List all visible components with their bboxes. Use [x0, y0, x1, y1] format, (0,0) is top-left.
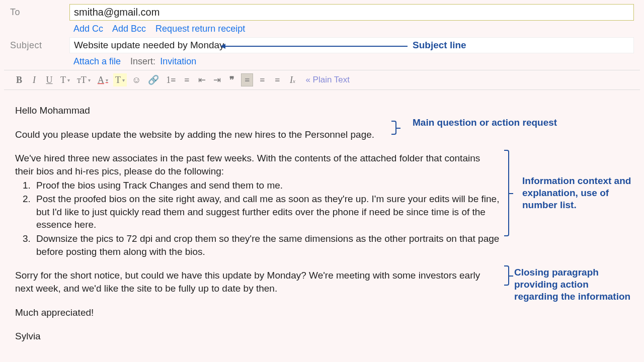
closing-para: Sorry for the short notice, but could we…: [15, 269, 498, 295]
list-item: Downsize the pics to 72 dpi and crop the…: [33, 232, 506, 258]
thanks: Much appreciated!: [15, 306, 498, 319]
steps-list: Proof the bios using Track Changes and s…: [33, 179, 506, 258]
email-body[interactable]: Hello Mohammad Could you please update t…: [0, 90, 644, 359]
insert-invitation-link[interactable]: Invitation: [160, 56, 196, 66]
link-button[interactable]: 🔗: [146, 73, 161, 86]
context-intro: We've hired three new associates in the …: [15, 152, 498, 177]
align-center-button[interactable]: ≡: [256, 73, 268, 86]
compose-header: To Add Cc Add Bcc Request return receipt…: [0, 0, 644, 90]
annotation-bracket: [504, 150, 509, 236]
add-bcc-link[interactable]: Add Bcc: [112, 24, 146, 34]
list-item: Proof the bios using Track Changes and s…: [33, 179, 506, 192]
bold-button[interactable]: B: [13, 73, 25, 86]
signature: Sylvia: [15, 330, 498, 343]
font-size-button[interactable]: T: [58, 73, 72, 86]
font-size2-button[interactable]: тT: [75, 73, 93, 86]
underline-button[interactable]: U: [43, 73, 55, 86]
numbered-list-button[interactable]: 1≡: [164, 73, 178, 86]
insert-label: Insert:: [130, 56, 155, 66]
greeting: Hello Mohammad: [15, 104, 498, 117]
clear-format-button[interactable]: Ix: [286, 73, 298, 86]
format-toolbar: B I U T тT A T ☺ 🔗 1≡ ≡ ⇤ ⇥ ❞ ≡ ≡ ≡ Ix «…: [4, 70, 640, 90]
text-color-button[interactable]: A: [96, 73, 110, 86]
plain-text-link[interactable]: « Plain Text: [305, 75, 350, 85]
annotation-context: Information context and explanation, use…: [522, 175, 633, 211]
attach-file-link[interactable]: Attach a file: [73, 56, 121, 66]
subject-label: Subject: [4, 40, 69, 51]
add-cc-link[interactable]: Add Cc: [73, 24, 103, 34]
to-label: To: [4, 7, 69, 18]
annotation-arrow: [221, 46, 408, 47]
bullet-list-button[interactable]: ≡: [181, 73, 193, 86]
annotation-subject: Subject line: [413, 39, 466, 51]
annotation-main: Main question or action request: [413, 117, 557, 129]
italic-button[interactable]: I: [28, 73, 40, 86]
annotation-closing: Closing paragraph providing action regar…: [514, 266, 635, 302]
request-receipt-link[interactable]: Request return receipt: [155, 24, 245, 34]
annotation-bracket: [391, 121, 396, 135]
quote-button[interactable]: ❞: [226, 73, 238, 86]
highlight-button[interactable]: T: [113, 73, 127, 86]
indent-button[interactable]: ⇥: [211, 73, 223, 86]
annotation-bracket: [504, 265, 509, 286]
main-request: Could you please update the website by a…: [15, 128, 498, 141]
list-item: Post the proofed bios on the site right …: [33, 193, 506, 231]
to-input[interactable]: [69, 4, 634, 21]
align-left-button[interactable]: ≡: [241, 73, 253, 86]
emoji-button[interactable]: ☺: [130, 73, 143, 86]
subject-input[interactable]: [69, 37, 634, 53]
outdent-button[interactable]: ⇤: [196, 73, 208, 86]
align-right-button[interactable]: ≡: [271, 73, 283, 86]
